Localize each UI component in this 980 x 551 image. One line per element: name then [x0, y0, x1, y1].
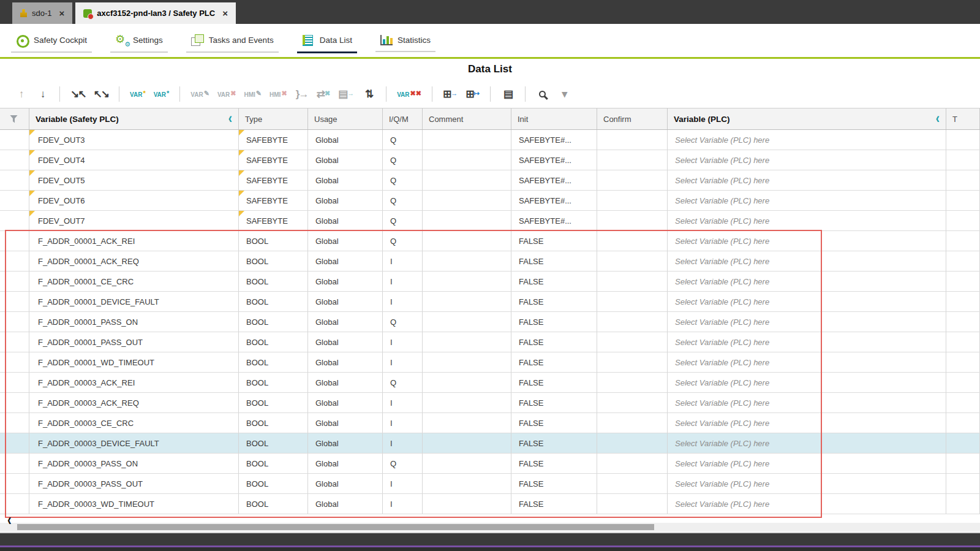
usage-cell[interactable]: Global	[308, 474, 383, 494]
column-header-type-plc[interactable]: T	[946, 108, 980, 129]
variable-plc-cell[interactable]: Select Variable (PLC) here	[668, 413, 946, 433]
iqm-cell[interactable]: I	[383, 413, 423, 433]
search-options-icon[interactable]: ▾	[557, 85, 571, 102]
type-cell[interactable]: BOOL	[239, 352, 308, 373]
type-cell[interactable]: BOOL	[239, 312, 308, 332]
confirm-cell[interactable]	[597, 170, 668, 191]
iqm-cell[interactable]: I	[383, 292, 423, 312]
variable-plc-cell[interactable]: Select Variable (PLC) here	[668, 251, 946, 272]
variable-plc-cell[interactable]: Select Variable (PLC) here	[668, 494, 946, 514]
type-plc-cell[interactable]	[946, 170, 980, 191]
comment-cell[interactable]	[423, 130, 511, 150]
type-plc-cell[interactable]	[946, 312, 980, 332]
scroll-left-icon[interactable]: ‹	[7, 511, 12, 530]
table-row[interactable]: FDEV_OUT5 SAFEBYTE Global Q SAFEBYTE#...…	[0, 170, 980, 191]
type-cell[interactable]: BOOL	[239, 494, 308, 514]
type-cell[interactable]: SAFEBYTE	[239, 130, 308, 150]
nav-settings[interactable]: Settings	[110, 28, 168, 53]
expand-rows-icon[interactable]: ↖↘	[93, 85, 110, 102]
init-cell[interactable]: SAFEBYTE#...	[511, 130, 597, 150]
type-cell[interactable]: BOOL	[239, 474, 308, 494]
iqm-cell[interactable]: Q	[383, 231, 423, 251]
variable-plc-cell[interactable]: Select Variable (PLC) here	[668, 211, 946, 231]
comment-cell[interactable]	[423, 231, 511, 251]
table-row[interactable]: FDEV_OUT7 SAFEBYTE Global Q SAFEBYTE#...…	[0, 211, 980, 231]
usage-cell[interactable]: Global	[308, 433, 383, 454]
variable-safety-cell[interactable]: F_ADDR_00001_PASS_ON	[29, 312, 239, 332]
table-row[interactable]: F_ADDR_00001_PASS_ON BOOL Global Q FALSE…	[0, 312, 980, 332]
confirm-cell[interactable]	[597, 150, 668, 170]
variable-safety-cell[interactable]: F_ADDR_00003_ACK_REI	[29, 373, 239, 393]
usage-cell[interactable]: Global	[308, 231, 383, 251]
variable-plc-cell[interactable]: Select Variable (PLC) here	[668, 332, 946, 352]
type-plc-cell[interactable]	[946, 474, 980, 494]
comment-cell[interactable]	[423, 251, 511, 272]
variable-safety-cell[interactable]: F_ADDR_00003_DEVICE_FAULT	[29, 433, 239, 454]
type-cell[interactable]: BOOL	[239, 272, 308, 292]
variable-plc-cell[interactable]: Select Variable (PLC) here	[668, 312, 946, 332]
collapse-column-icon[interactable]: ‹	[936, 110, 940, 127]
init-cell[interactable]: SAFEBYTE#...	[511, 150, 597, 170]
type-plc-cell[interactable]	[946, 150, 980, 170]
collapse-column-icon[interactable]: ‹	[228, 110, 232, 127]
comment-cell[interactable]	[423, 312, 511, 332]
iqm-cell[interactable]: I	[383, 332, 423, 352]
type-plc-cell[interactable]	[946, 211, 980, 231]
iqm-cell[interactable]: Q	[383, 373, 423, 393]
comment-cell[interactable]	[423, 393, 511, 413]
usage-cell[interactable]: Global	[308, 272, 383, 292]
variable-safety-cell[interactable]: F_ADDR_00003_PASS_ON	[29, 454, 239, 474]
column-header-usage[interactable]: Usage	[308, 108, 383, 129]
column-properties-icon[interactable]: ▤	[500, 85, 515, 102]
usage-cell[interactable]: Global	[308, 454, 383, 474]
iqm-cell[interactable]: Q	[383, 130, 423, 150]
type-cell[interactable]: SAFEBYTE	[239, 150, 308, 170]
init-cell[interactable]: FALSE	[511, 393, 597, 413]
variable-plc-cell[interactable]: Select Variable (PLC) here	[668, 292, 946, 312]
init-cell[interactable]: FALSE	[511, 433, 597, 454]
type-plc-cell[interactable]	[946, 352, 980, 373]
column-header-variable-safety[interactable]: Variable (Safety PLC) ‹	[29, 108, 239, 129]
type-plc-cell[interactable]	[946, 292, 980, 312]
variable-plc-cell[interactable]: Select Variable (PLC) here	[668, 130, 946, 150]
confirm-cell[interactable]	[597, 413, 668, 433]
comment-cell[interactable]	[423, 191, 511, 211]
variable-plc-cell[interactable]: Select Variable (PLC) here	[668, 352, 946, 373]
init-cell[interactable]: SAFEBYTE#...	[511, 191, 597, 211]
variable-safety-cell[interactable]: FDEV_OUT5	[29, 170, 239, 191]
iqm-cell[interactable]: Q	[383, 211, 423, 231]
nav-statistics[interactable]: Statistics	[375, 29, 435, 52]
swap-direction-icon[interactable]: ⇅	[361, 85, 376, 102]
table-row[interactable]: FDEV_OUT4 SAFEBYTE Global Q SAFEBYTE#...…	[0, 150, 980, 170]
move-down-icon[interactable]: ↓	[35, 85, 50, 102]
init-cell[interactable]: FALSE	[511, 474, 597, 494]
usage-cell[interactable]: Global	[308, 332, 383, 352]
usage-cell[interactable]: Global	[308, 130, 383, 150]
nav-safety-cockpit[interactable]: Safety Cockpit	[11, 28, 92, 53]
iqm-cell[interactable]: I	[383, 352, 423, 373]
iqm-cell[interactable]: Q	[383, 150, 423, 170]
usage-cell[interactable]: Global	[308, 393, 383, 413]
usage-cell[interactable]: Global	[308, 373, 383, 393]
init-cell[interactable]: FALSE	[511, 332, 597, 352]
variable-safety-cell[interactable]: F_ADDR_00001_ACK_REI	[29, 231, 239, 251]
iqm-cell[interactable]: Q	[383, 191, 423, 211]
table-row[interactable]: F_ADDR_00003_ACK_REI BOOL Global Q FALSE…	[0, 373, 980, 393]
comment-cell[interactable]	[423, 413, 511, 433]
horizontal-scrollbar-thumb[interactable]	[17, 524, 654, 530]
comment-cell[interactable]	[423, 352, 511, 373]
variable-safety-cell[interactable]: F_ADDR_00003_CE_CRC	[29, 413, 239, 433]
init-cell[interactable]: FALSE	[511, 352, 597, 373]
iqm-cell[interactable]: I	[383, 474, 423, 494]
iqm-cell[interactable]: I	[383, 251, 423, 272]
confirm-cell[interactable]	[597, 494, 668, 514]
variable-safety-cell[interactable]: F_ADDR_00001_WD_TIMEOUT	[29, 352, 239, 373]
type-cell[interactable]: BOOL	[239, 332, 308, 352]
type-cell[interactable]: BOOL	[239, 454, 308, 474]
variable-safety-cell[interactable]: FDEV_OUT7	[29, 211, 239, 231]
iqm-cell[interactable]: Q	[383, 312, 423, 332]
variable-safety-cell[interactable]: F_ADDR_00001_DEVICE_FAULT	[29, 292, 239, 312]
usage-cell[interactable]: Global	[308, 191, 383, 211]
comment-cell[interactable]	[423, 433, 511, 454]
delete-variables-icon[interactable]: VAR✖✖	[396, 85, 422, 102]
